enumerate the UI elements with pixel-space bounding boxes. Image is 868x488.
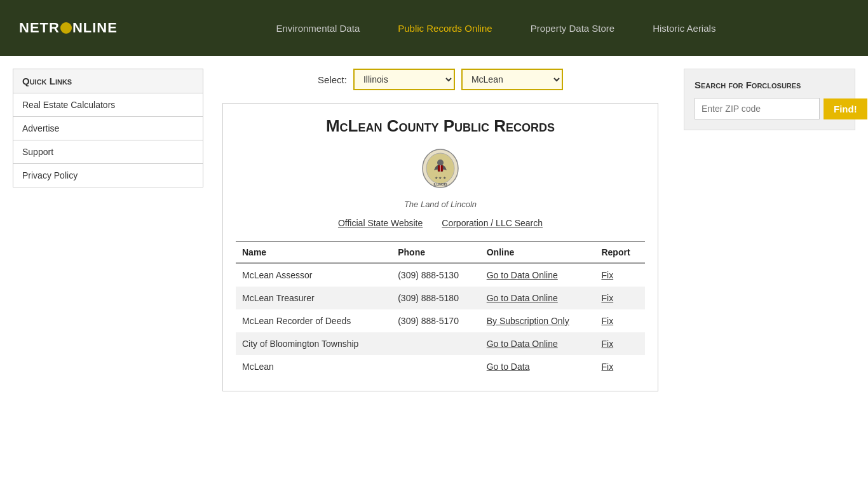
nav-item-historic-aerials[interactable]: Historic Aerials (634, 0, 735, 56)
table-row: McLean Assessor(309) 888-5130Go to Data … (236, 263, 645, 287)
row-phone: (309) 888-5130 (391, 263, 480, 287)
select-row: Select: Illinois McLean (222, 69, 658, 90)
row-name: McLean Recorder of Deeds (236, 309, 391, 332)
svg-point-2 (437, 159, 444, 166)
nav-item-environmental[interactable]: Environmental Data (257, 0, 379, 56)
nav-item-property-data[interactable]: Property Data Store (512, 0, 634, 56)
foreclosure-box: Search for Forclosures Find! (684, 69, 855, 130)
col-online: Online (480, 241, 595, 263)
main-nav: Environmental Data Public Records Online… (143, 0, 849, 56)
col-report: Report (595, 241, 645, 263)
col-name: Name (236, 241, 391, 263)
row-name: McLean Assessor (236, 263, 391, 287)
col-phone: Phone (391, 241, 480, 263)
row-name: McLean (236, 355, 391, 378)
row-phone: (309) 888-5180 (391, 287, 480, 309)
fix-link[interactable]: Fix (601, 270, 613, 280)
zip-input[interactable] (695, 98, 820, 119)
row-report: Fix (595, 332, 645, 355)
county-select[interactable]: McLean (461, 69, 563, 90)
select-label: Select: (318, 74, 347, 85)
logo-text-pre: NETR (19, 20, 60, 36)
row-online: Go to Data Online (480, 263, 595, 287)
county-title: McLean County Public Records (236, 116, 645, 136)
corporation-llc-search-link[interactable]: Corporation / LLC Search (442, 218, 543, 228)
sidebar-item-support[interactable]: Support (13, 140, 203, 164)
sidebar-item-real-estate[interactable]: Real Estate Calculators (13, 93, 203, 117)
sidebar-item-privacy[interactable]: Privacy Policy (13, 164, 203, 187)
fix-link[interactable]: Fix (601, 316, 613, 326)
table-row: McLeanGo to DataFix (236, 355, 645, 378)
county-box: McLean County Public Records ★ ★ ★ ILLIN… (222, 103, 658, 391)
header: NETRNLINE Environmental Data Public Reco… (0, 0, 868, 56)
state-links: Official State Website Corporation / LLC… (236, 218, 645, 228)
online-data-link[interactable]: Go to Data (487, 362, 530, 372)
row-online: Go to Data Online (480, 332, 595, 355)
row-online: Go to Data (480, 355, 595, 378)
row-phone: (309) 888-5170 (391, 309, 480, 332)
online-data-link[interactable]: Go to Data Online (487, 339, 558, 349)
right-sidebar: Search for Forclosures Find! (677, 56, 868, 488)
table-row: McLean Recorder of Deeds(309) 888-5170By… (236, 309, 645, 332)
row-name: McLean Treasurer (236, 287, 391, 309)
row-online: Go to Data Online (480, 287, 595, 309)
main-layout: Quick Links Real Estate Calculators Adve… (0, 56, 868, 488)
table-row: City of Bloomington TownshipGo to Data O… (236, 332, 645, 355)
fix-link[interactable]: Fix (601, 362, 613, 372)
fix-link[interactable]: Fix (601, 293, 613, 303)
row-report: Fix (595, 355, 645, 378)
svg-text:★ ★ ★: ★ ★ ★ (434, 176, 445, 180)
state-select[interactable]: Illinois (353, 69, 455, 90)
row-online: By Subscription Only (480, 309, 595, 332)
row-report: Fix (595, 287, 645, 309)
main-content: Select: Illinois McLean McLean County Pu… (203, 56, 677, 488)
left-sidebar: Quick Links Real Estate Calculators Adve… (0, 56, 203, 488)
quick-links-title: Quick Links (13, 69, 203, 93)
logo-globe-icon (60, 22, 72, 34)
find-button[interactable]: Find! (824, 98, 867, 119)
foreclosure-form: Find! (695, 98, 844, 119)
foreclosure-title: Search for Forclosures (695, 79, 844, 90)
table-row: McLean Treasurer(309) 888-5180Go to Data… (236, 287, 645, 309)
logo-text-post: NLINE (72, 20, 118, 36)
state-seal-icon: ★ ★ ★ ILLINOIS (420, 146, 461, 194)
svg-text:ILLINOIS: ILLINOIS (433, 182, 447, 186)
nav-item-public-records[interactable]: Public Records Online (379, 0, 511, 56)
row-name: City of Bloomington Township (236, 332, 391, 355)
sidebar-item-advertise[interactable]: Advertise (13, 117, 203, 140)
fix-link[interactable]: Fix (601, 339, 613, 349)
row-report: Fix (595, 309, 645, 332)
online-data-link[interactable]: Go to Data Online (487, 293, 558, 303)
records-table: Name Phone Online Report McLean Assessor… (236, 241, 645, 378)
online-data-link[interactable]: Go to Data Online (487, 270, 558, 280)
row-phone (391, 332, 480, 355)
logo[interactable]: NETRNLINE (19, 20, 118, 36)
official-state-website-link[interactable]: Official State Website (338, 218, 423, 228)
row-report: Fix (595, 263, 645, 287)
online-data-link[interactable]: By Subscription Only (487, 316, 569, 326)
state-emblem: ★ ★ ★ ILLINOIS (236, 146, 645, 196)
row-phone (391, 355, 480, 378)
state-tagline: The Land of Lincoln (236, 200, 645, 209)
